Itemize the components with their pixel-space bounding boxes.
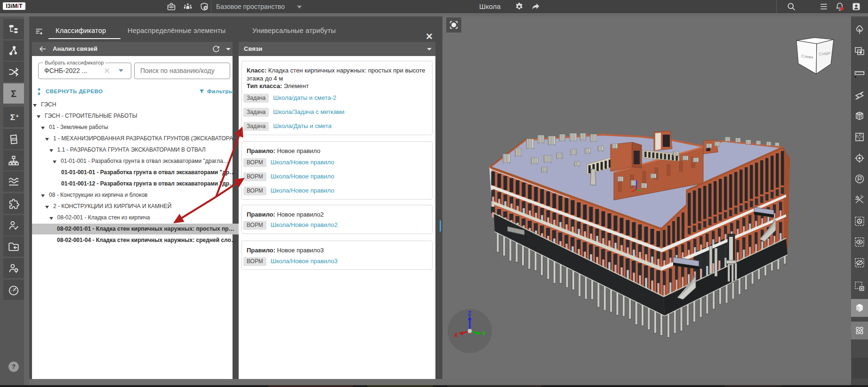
svg-text:Σ: Σ	[10, 112, 15, 121]
svg-text:2: 2	[860, 194, 862, 197]
svg-text:+: +	[16, 113, 18, 119]
svg-text:Σ: Σ	[11, 88, 16, 98]
svg-text:Y: Y	[482, 331, 486, 337]
svg-text:Z: Z	[468, 310, 471, 317]
svg-text:2D: 2D	[11, 137, 16, 142]
svg-text:X: X	[454, 332, 458, 339]
